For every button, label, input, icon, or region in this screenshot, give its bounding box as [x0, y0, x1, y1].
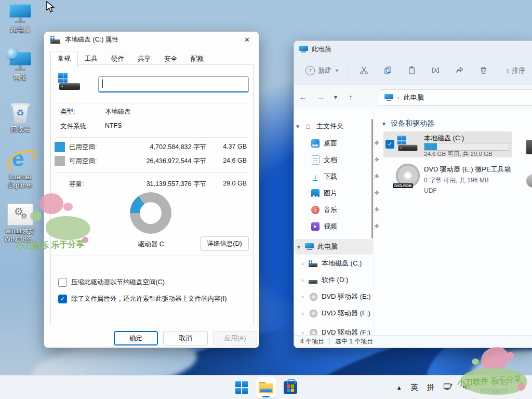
rename-icon	[431, 65, 441, 75]
start-button[interactable]	[232, 377, 251, 398]
sidebar-item-dvd-f[interactable]: › DVD 驱动器 (F:)	[294, 305, 378, 321]
ok-button[interactable]: 确定	[114, 331, 158, 345]
sidebar-item-dvd-e[interactable]: › DVD 驱动器 (E:)	[294, 289, 378, 304]
desktop-icon-win11-restore[interactable]: ⚙⚙ win11恢复 WIN10经...	[3, 204, 37, 244]
sidebar-item-pictures[interactable]: 图片	[294, 185, 388, 201]
chevron-down-icon[interactable]: ▼	[295, 244, 302, 250]
sidebar-item-this-pc[interactable]: ▼ 此电脑	[295, 239, 373, 255]
share-button[interactable]	[448, 65, 472, 75]
ime-indicator-pinyin[interactable]: 拼	[427, 383, 434, 392]
dvd-name: DVD 驱动器 (E:) 微PE工具箱	[424, 165, 511, 174]
desktop-icon-label: win11恢复 WIN10经...	[4, 227, 36, 244]
sidebar-item-videos[interactable]: ▶ 视频	[294, 219, 388, 234]
sidebar-item-drive-d[interactable]: › 软件 (D:)	[294, 272, 378, 288]
recent-locations-chevron[interactable]: ▼	[329, 94, 342, 100]
clipped-dvd-icon	[526, 174, 532, 188]
type-row: 类型:本地磁盘	[60, 108, 247, 117]
item-count: 4 个项目	[300, 337, 324, 346]
desktop-icon-recycle-bin[interactable]: ♻ 回收站	[3, 103, 37, 134]
share-icon	[455, 65, 464, 75]
file-explorer-taskbar-button[interactable]	[256, 377, 276, 398]
dvd-icon	[309, 309, 318, 318]
cut-button[interactable]	[352, 65, 376, 75]
sidebar-item-documents[interactable]: 文档	[294, 152, 388, 168]
microsoft-store-button[interactable]	[281, 377, 300, 398]
chevron-right-icon[interactable]: ›	[299, 261, 307, 267]
mouse-cursor	[46, 1, 56, 16]
close-icon[interactable]: ✕	[235, 32, 259, 47]
new-button[interactable]: + 新建 ▼	[305, 66, 339, 75]
apply-button[interactable]: 应用(A)	[213, 331, 257, 345]
address-bar[interactable]: › 此电脑	[379, 89, 532, 106]
desktop-icon-internet-explorer[interactable]: e Internet Explorer	[3, 147, 37, 190]
drive-icon	[309, 259, 318, 268]
forward-button[interactable]: →	[312, 92, 329, 101]
chevron-right-icon[interactable]: ›	[299, 330, 307, 336]
command-bar: + 新建 ▼	[294, 56, 532, 85]
dialog-titlebar[interactable]: 本地磁盘 (C:) 属性 ✕	[44, 32, 259, 47]
documents-icon	[311, 155, 320, 165]
chevron-up-icon[interactable]: ▲	[396, 384, 402, 391]
volume-label-input[interactable]	[98, 76, 249, 92]
home-icon: ⌂	[303, 122, 313, 131]
chevron-right-icon[interactable]: ›	[299, 311, 307, 316]
this-pc-icon	[304, 242, 314, 251]
explorer-tab-title: 此电脑	[312, 45, 331, 54]
pictures-icon	[311, 189, 320, 198]
paste-button[interactable]	[400, 65, 424, 75]
explorer-tab[interactable]: 此电脑	[299, 43, 331, 56]
properties-dialog: 本地磁盘 (C:) 属性 ✕ 常规 工具 硬件 共享 安全 配额 类型:本地磁盘…	[44, 31, 259, 348]
drive-c-tile[interactable]: ✓ 本地磁盘 (C:) 24.6 GB 可用, 共 29.0 GB	[383, 131, 512, 157]
network-icon	[9, 52, 32, 72]
volume-icon[interactable]	[462, 382, 471, 393]
checkbox-checked[interactable]: ✓	[385, 140, 394, 149]
index-checkbox-row[interactable]: ✓ 除了文件属性外，还允许索引此驱动器上文件的内容(I)	[58, 295, 227, 303]
sidebar-item-label: 视频	[324, 222, 337, 231]
sidebar-item-label: DVD 驱动器 (E:)	[322, 292, 371, 301]
sidebar-item-downloads[interactable]: ↓ 下载	[294, 169, 388, 184]
clock[interactable]: 14:55 2022/8/12	[480, 379, 508, 395]
network-icon[interactable]	[443, 382, 453, 393]
cancel-button[interactable]: 取消	[163, 331, 208, 345]
details-button[interactable]: 详细信息(D)	[200, 236, 249, 251]
sidebar-item-desktop[interactable]: 桌面	[294, 136, 388, 151]
back-button[interactable]: ←	[294, 92, 312, 101]
chevron-right-icon[interactable]: ›	[299, 294, 307, 300]
desktop-icon-this-pc[interactable]: 此电脑	[3, 4, 37, 34]
desktop-folder-icon	[311, 139, 320, 148]
notification-bell-icon[interactable]	[516, 382, 526, 393]
desktop-icon-network[interactable]: 网络	[3, 52, 37, 82]
rename-button[interactable]	[424, 65, 448, 75]
desktop-icon-label: 此电脑	[10, 25, 30, 34]
main-pane: ▼ 设备和驱动器 ✓ 本地磁盘 (C:) 24.6 GB 可用, 共 29.0 …	[377, 114, 532, 332]
chevron-right-icon[interactable]: ›	[299, 277, 307, 283]
language-indicator-en[interactable]: 英	[411, 383, 418, 392]
divider	[56, 137, 248, 138]
paste-icon	[407, 65, 417, 75]
drive-name: 本地磁盘 (C:)	[424, 134, 464, 143]
sort-button[interactable]: ↑↓ 排序	[506, 66, 525, 75]
dvd-rom-badge: DVD-ROM	[393, 183, 413, 188]
chevron-down-icon: ▼	[335, 68, 339, 73]
sidebar-item-dvd-partial[interactable]: › DVD 驱动器 (F:)	[294, 325, 378, 336]
sidebar-item-label: 主文件夹	[316, 122, 343, 131]
chevron-down-icon[interactable]: ▼	[294, 124, 301, 129]
this-pc-icon	[384, 94, 393, 101]
checkbox-checked[interactable]: ✓	[58, 295, 67, 303]
downloads-icon: ↓	[311, 172, 320, 181]
checkbox-unchecked[interactable]	[58, 278, 67, 287]
breadcrumb[interactable]: 此电脑	[404, 93, 424, 102]
copy-button[interactable]	[376, 65, 400, 75]
store-icon	[284, 381, 297, 394]
section-header-devices[interactable]: ▼ 设备和驱动器	[381, 119, 434, 128]
compress-checkbox-row[interactable]: 压缩此驱动器以节约磁盘空间(C)	[58, 278, 165, 287]
capacity-bar	[424, 143, 509, 151]
sidebar-item-drive-c[interactable]: › 本地磁盘 (C:)	[294, 256, 378, 271]
tab-general[interactable]: 常规	[50, 51, 78, 68]
plus-icon: +	[305, 66, 315, 75]
delete-button[interactable]	[472, 65, 496, 75]
explorer-chrome: 此电脑 + 新建 ▼	[294, 41, 532, 85]
up-button[interactable]: ↑	[342, 92, 360, 101]
sidebar-item-music[interactable]: ♪ 音乐	[294, 202, 388, 218]
sidebar-item-home[interactable]: ▼ ⌂ 主文件夹	[294, 118, 373, 134]
